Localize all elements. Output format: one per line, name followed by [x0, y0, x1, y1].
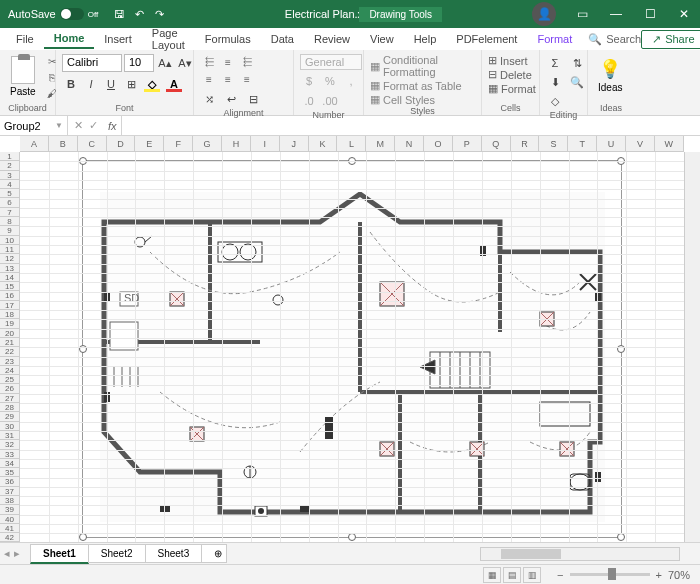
row-header[interactable]: 12: [0, 254, 19, 263]
cancel-formula-icon[interactable]: ✕: [74, 119, 83, 132]
fill-color-button[interactable]: ◇: [142, 75, 162, 93]
row-header[interactable]: 14: [0, 273, 19, 282]
row-header[interactable]: 37: [0, 487, 19, 496]
minimize-icon[interactable]: —: [600, 0, 632, 28]
search-button[interactable]: 🔍 Search: [588, 33, 641, 46]
row-header[interactable]: 25: [0, 375, 19, 384]
row-header[interactable]: 6: [0, 198, 19, 207]
row-header[interactable]: 1: [0, 152, 19, 161]
font-name-select[interactable]: Calibri: [62, 54, 122, 72]
row-header[interactable]: 40: [0, 515, 19, 524]
col-header[interactable]: F: [164, 136, 193, 151]
tab-insert[interactable]: Insert: [94, 30, 142, 48]
col-header[interactable]: R: [511, 136, 540, 151]
row-header[interactable]: 21: [0, 338, 19, 347]
row-header[interactable]: 9: [0, 226, 19, 235]
font-size-select[interactable]: 10: [124, 54, 154, 72]
row-header[interactable]: 13: [0, 264, 19, 273]
col-header[interactable]: I: [251, 136, 280, 151]
sheet-next-icon[interactable]: ▸: [14, 547, 20, 560]
ribbon-options-icon[interactable]: ▭: [566, 0, 598, 28]
new-sheet-button[interactable]: ⊕: [201, 544, 227, 563]
row-header[interactable]: 39: [0, 505, 19, 514]
align-top-icon[interactable]: ⬱: [200, 54, 218, 70]
merge-icon[interactable]: ⊟: [244, 90, 262, 108]
col-header[interactable]: O: [424, 136, 453, 151]
sheet-prev-icon[interactable]: ◂: [4, 547, 10, 560]
tab-pdfelement[interactable]: PDFelement: [446, 30, 527, 48]
row-header[interactable]: 18: [0, 310, 19, 319]
grow-font-icon[interactable]: A▴: [156, 54, 174, 72]
fill-icon[interactable]: ⬇: [546, 73, 564, 91]
row-header[interactable]: 41: [0, 524, 19, 533]
col-header[interactable]: K: [309, 136, 338, 151]
row-header[interactable]: 28: [0, 403, 19, 412]
row-header[interactable]: 26: [0, 384, 19, 393]
zoom-out-icon[interactable]: −: [557, 569, 563, 581]
undo-icon[interactable]: ↶: [132, 7, 146, 21]
row-header[interactable]: 20: [0, 329, 19, 338]
vertical-scrollbar[interactable]: [684, 152, 700, 554]
col-header[interactable]: W: [655, 136, 684, 151]
autosave-toggle[interactable]: AutoSave Off: [0, 8, 106, 20]
col-header[interactable]: Q: [482, 136, 511, 151]
col-header[interactable]: E: [135, 136, 164, 151]
zoom-slider[interactable]: [570, 573, 650, 576]
resize-handle-e[interactable]: [617, 345, 625, 353]
redo-icon[interactable]: ↷: [152, 7, 166, 21]
underline-button[interactable]: U: [102, 75, 120, 93]
sort-filter-icon[interactable]: ⇅: [568, 54, 586, 72]
fx-icon[interactable]: fx: [104, 120, 121, 132]
orientation-icon[interactable]: ⤮: [200, 90, 218, 108]
row-header[interactable]: 10: [0, 236, 19, 245]
find-icon[interactable]: 🔍: [568, 73, 586, 91]
row-header[interactable]: 27: [0, 394, 19, 403]
ideas-button[interactable]: 💡 Ideas: [594, 54, 626, 97]
col-header[interactable]: L: [337, 136, 366, 151]
col-header[interactable]: D: [107, 136, 136, 151]
row-header[interactable]: 30: [0, 422, 19, 431]
tab-view[interactable]: View: [360, 30, 404, 48]
row-header[interactable]: 24: [0, 366, 19, 375]
font-color-button[interactable]: A: [164, 75, 184, 93]
align-center-icon[interactable]: ≡: [219, 71, 237, 87]
save-icon[interactable]: 🖫: [112, 7, 126, 21]
border-button[interactable]: ⊞: [122, 75, 140, 93]
row-header[interactable]: 23: [0, 357, 19, 366]
comma-icon[interactable]: ,: [342, 72, 360, 90]
row-header[interactable]: 19: [0, 319, 19, 328]
worksheet-grid[interactable]: ABCDEFGHIJKLMNOPQRSTUVW 1234567891011121…: [0, 136, 700, 554]
increase-decimal-icon[interactable]: .0: [300, 92, 318, 110]
row-header[interactable]: 34: [0, 459, 19, 468]
row-header[interactable]: 3: [0, 171, 19, 180]
row-header[interactable]: 33: [0, 450, 19, 459]
name-box[interactable]: Group2 ▼: [0, 116, 68, 135]
align-left-icon[interactable]: ≡: [200, 71, 218, 87]
close-icon[interactable]: ✕: [668, 0, 700, 28]
col-header[interactable]: A: [20, 136, 49, 151]
sheet-tab-3[interactable]: Sheet3: [145, 544, 203, 563]
horizontal-scrollbar[interactable]: [480, 547, 680, 561]
row-header[interactable]: 35: [0, 468, 19, 477]
col-header[interactable]: V: [626, 136, 655, 151]
tab-file[interactable]: File: [6, 30, 44, 48]
col-header[interactable]: S: [539, 136, 568, 151]
enter-formula-icon[interactable]: ✓: [89, 119, 98, 132]
tab-data[interactable]: Data: [261, 30, 304, 48]
paste-button[interactable]: Paste: [6, 54, 40, 99]
row-header[interactable]: 29: [0, 412, 19, 421]
row-header[interactable]: 15: [0, 282, 19, 291]
format-cells-button[interactable]: ▦Format: [488, 82, 536, 95]
row-header[interactable]: 38: [0, 496, 19, 505]
row-header[interactable]: 22: [0, 347, 19, 356]
tab-help[interactable]: Help: [404, 30, 447, 48]
align-middle-icon[interactable]: ≡: [219, 54, 237, 70]
col-header[interactable]: B: [49, 136, 78, 151]
sheet-tab-2[interactable]: Sheet2: [88, 544, 146, 563]
share-button[interactable]: ↗ Share: [641, 30, 700, 49]
align-bottom-icon[interactable]: ⬱: [238, 54, 256, 70]
row-header[interactable]: 17: [0, 301, 19, 310]
row-header[interactable]: 36: [0, 477, 19, 486]
col-header[interactable]: U: [597, 136, 626, 151]
col-header[interactable]: M: [366, 136, 395, 151]
